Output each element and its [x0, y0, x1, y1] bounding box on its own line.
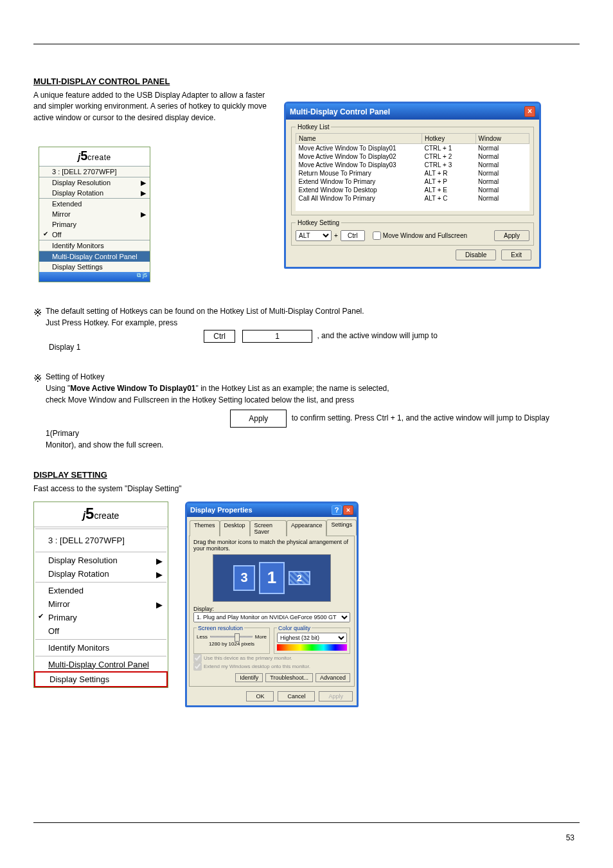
tab-screen-saver[interactable]: Screen Saver: [250, 520, 287, 536]
label: Mirror: [52, 210, 71, 218]
text: Using ": [46, 384, 70, 393]
section2-intro: Fast access to the system "Display Setti…: [33, 484, 580, 494]
key-1-box: 1: [242, 330, 312, 343]
cell: ALT + P: [422, 177, 475, 186]
monitor-arrangement-area[interactable]: 3 1 2: [213, 554, 331, 602]
multi-display-control-panel-window: Multi-Display Control Panel × Hotkey Lis…: [284, 102, 541, 269]
menu-multi-display-control-panel[interactable]: Multi-Display Control Panel: [39, 251, 150, 262]
menu-display-resolution[interactable]: Display Resolution▶: [34, 554, 168, 567]
section1-title: MULTI-DISPLAY CONTROL PANEL: [33, 77, 278, 86]
hotkey-list-legend: Hotkey List: [296, 123, 331, 131]
text: Just Press Hotkey. For example, press: [46, 318, 177, 327]
menu-mirror[interactable]: Mirror▶: [34, 597, 168, 611]
table-row[interactable]: Move Active Window To Display01CTRL + 1N…: [296, 144, 529, 153]
ok-button[interactable]: OK: [246, 691, 274, 701]
menu-extended[interactable]: Extended: [39, 199, 150, 209]
fullscreen-checkbox[interactable]: [373, 231, 381, 240]
apply-button[interactable]: Apply: [319, 691, 353, 701]
tab-strip: Themes Desktop Screen Saver Appearance S…: [187, 517, 357, 536]
col-name[interactable]: Name: [296, 134, 422, 144]
screen-resolution-legend: Screen resolution: [197, 625, 244, 631]
menu-identify-monitors[interactable]: Identify Monitors: [39, 240, 150, 251]
monitor-3-icon[interactable]: 3: [233, 565, 255, 591]
tab-desktop[interactable]: Desktop: [220, 520, 250, 536]
tray-context-menu[interactable]: j5create 3 : [DELL 2707WFP] Display Reso…: [39, 147, 150, 282]
instruction-text: Drag the monitor icons to match the phys…: [193, 539, 350, 552]
page-number: 53: [566, 833, 574, 842]
note2-line4: Monitor), and show the full screen.: [46, 439, 580, 451]
menu-display-settings[interactable]: Display Settings: [39, 262, 150, 272]
disable-button[interactable]: Disable: [456, 249, 496, 260]
tab-themes[interactable]: Themes: [190, 520, 220, 536]
plus-label: +: [334, 232, 338, 239]
menu-multi-display-control-panel[interactable]: Multi-Display Control Panel: [34, 658, 168, 671]
table-row[interactable]: Extend Window To PrimaryALT + PNormal: [296, 177, 529, 186]
menu-display-settings-highlighted[interactable]: Display Settings: [34, 671, 168, 687]
table-row[interactable]: Return Mouse To PrimaryALT + RNormal: [296, 169, 529, 177]
tab-appearance[interactable]: Appearance: [287, 520, 327, 536]
taskbar-tray: ⧉ j5: [39, 272, 150, 282]
tray-context-menu-2[interactable]: j5create 3 : [DELL 2707WFP] Display Reso…: [33, 502, 168, 688]
submenu-arrow-icon: ▶: [156, 600, 163, 610]
display-select[interactable]: 1. Plug and Play Monitor on NVIDIA GeFor…: [193, 612, 350, 622]
table-row[interactable]: Move Active Window To Display03CTRL + 3N…: [296, 161, 529, 169]
more-label: More: [255, 634, 267, 640]
cell: Move Active Window To Display01: [296, 144, 422, 153]
menu-identify-monitors[interactable]: Identify Monitors: [34, 641, 168, 655]
chk2-label: Extend my Windows desktop onto this moni…: [204, 664, 310, 669]
cell: CTRL + 2: [422, 152, 475, 161]
menu-display-rotation[interactable]: Display Rotation▶: [34, 567, 168, 581]
col-hotkey[interactable]: Hotkey: [422, 134, 475, 144]
cell: Extend Window To Desktop: [296, 186, 422, 194]
menu-display-rotation[interactable]: Display Rotation▶: [39, 188, 150, 198]
tab-settings[interactable]: Settings: [326, 520, 357, 536]
table-row[interactable]: Call All Window To PrimaryALT + CNormal: [296, 194, 529, 203]
apply-button[interactable]: Apply: [494, 230, 529, 241]
menu-primary[interactable]: Primary: [34, 611, 168, 624]
menu-off[interactable]: Off: [39, 230, 150, 240]
menu-display-resolution[interactable]: Display Resolution▶: [39, 177, 150, 188]
label: Display Resolution: [48, 556, 118, 565]
menu-extended[interactable]: Extended: [34, 584, 168, 597]
advanced-button[interactable]: Advanced: [315, 673, 350, 682]
exit-button[interactable]: Exit: [501, 249, 531, 260]
submenu-arrow-icon: ▶: [156, 570, 163, 579]
menu-primary[interactable]: Primary: [39, 219, 150, 230]
key-input[interactable]: [341, 230, 365, 241]
close-icon[interactable]: ×: [343, 505, 353, 515]
close-icon[interactable]: ×: [524, 106, 535, 117]
cell: Move Active Window To Display03: [296, 161, 422, 169]
section1-intro: A unique feature added to the USB Displa…: [33, 90, 278, 123]
monitor-2-icon[interactable]: 2: [289, 571, 310, 585]
bold-text: Move Active Window To Display01: [70, 384, 195, 393]
window-title: Multi-Display Control Panel: [290, 107, 390, 116]
col-window[interactable]: Window: [475, 134, 529, 144]
submenu-arrow-icon: ▶: [141, 210, 146, 219]
fullscreen-checkbox-row[interactable]: Move Window and Fullscreen: [373, 231, 467, 240]
cell: ALT + C: [422, 194, 475, 203]
monitor-1-icon[interactable]: 1: [259, 562, 285, 594]
cell: ALT + E: [422, 186, 475, 194]
table-row[interactable]: Move Active Window To Display02CTRL + 2N…: [296, 152, 529, 161]
device-name: 3 : [DELL 2707WFP]: [34, 530, 168, 550]
color-quality-select[interactable]: Highest (32 bit): [277, 633, 347, 643]
menu-mirror[interactable]: Mirror▶: [39, 209, 150, 219]
table-row[interactable]: Extend Window To DesktopALT + ENormal: [296, 186, 529, 194]
cancel-button[interactable]: Cancel: [278, 691, 315, 701]
hotkey-setting-legend: Hotkey Setting: [296, 219, 341, 226]
modifier-select[interactable]: ALT: [296, 230, 332, 241]
brand-logo: j5create: [34, 502, 168, 527]
resolution-slider[interactable]: Less More: [197, 634, 267, 640]
cell: CTRL + 3: [422, 161, 475, 169]
note2-line1: Using "Move Active Window To Display01" …: [46, 383, 580, 394]
troubleshoot-button[interactable]: Troubleshoot...: [265, 673, 313, 682]
submenu-arrow-icon: ▶: [156, 556, 163, 566]
note1-text: The default setting of Hotkeys can be fo…: [46, 305, 364, 317]
device-name: 3 : [DELL 2707WFP]: [39, 167, 150, 177]
slider-thumb[interactable]: [235, 633, 240, 642]
menu-off[interactable]: Off: [34, 624, 168, 638]
identify-button[interactable]: Identify: [235, 673, 263, 682]
help-icon[interactable]: ?: [332, 505, 342, 515]
label: Mirror: [48, 599, 70, 609]
note2-title: Setting of Hotkey: [46, 371, 580, 383]
